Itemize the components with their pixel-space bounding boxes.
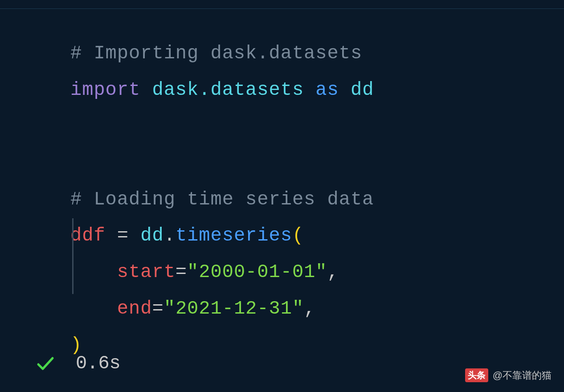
- execution-time: 0.6s: [76, 353, 121, 374]
- assign: =: [176, 261, 187, 283]
- blank-line: [70, 145, 564, 182]
- alias-name: dd: [351, 79, 374, 101]
- watermark-badge: 头条: [465, 368, 488, 382]
- code-line: start="2000-01-01",: [70, 254, 564, 291]
- code-line: end="2021-12-31",: [70, 291, 564, 327]
- code-line: # Loading time series data: [70, 182, 564, 218]
- dot: .: [164, 225, 176, 246]
- indent-guide: [72, 218, 74, 294]
- param-name: start: [117, 261, 176, 283]
- keyword-import: import: [70, 79, 140, 101]
- paren-open: (: [292, 225, 304, 246]
- code-line: import dask.datasets as dd: [70, 72, 564, 109]
- keyword-as: as: [315, 79, 339, 101]
- object: dd: [140, 225, 163, 246]
- execution-status: 0.6s: [35, 353, 121, 374]
- comma: ,: [327, 261, 339, 283]
- code-line: ): [70, 327, 564, 364]
- check-icon: [35, 353, 56, 374]
- blank-line: [70, 109, 564, 145]
- string-literal: "2000-01-01": [187, 261, 327, 283]
- comment: # Loading time series data: [70, 189, 374, 210]
- module-name: dask.datasets: [152, 79, 304, 101]
- variable: ddf: [70, 225, 106, 246]
- code-block: # Importing dask.datasets import dask.da…: [0, 9, 564, 364]
- comment: # Importing dask.datasets: [70, 43, 362, 64]
- top-border: [0, 0, 564, 9]
- function-name: timeseries: [176, 225, 292, 246]
- assign: =: [152, 298, 163, 319]
- code-line: ddf = dd.timeseries(: [70, 218, 564, 254]
- watermark: 头条 @不靠谱的猫: [465, 368, 552, 382]
- string-literal: "2021-12-31": [164, 298, 304, 319]
- operator: =: [106, 225, 141, 246]
- watermark-text: @不靠谱的猫: [493, 369, 552, 382]
- comma: ,: [304, 298, 315, 319]
- param-name: end: [117, 298, 152, 319]
- code-line: # Importing dask.datasets: [70, 36, 564, 72]
